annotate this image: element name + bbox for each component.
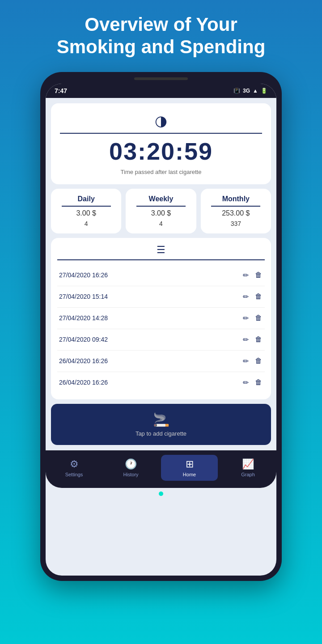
- history-label: History: [123, 472, 138, 477]
- phone-dot: [159, 491, 163, 496]
- timer-label: Time passed after last cigarette: [121, 169, 202, 175]
- nav-home[interactable]: ⊞ Home: [161, 455, 218, 481]
- history-actions-3: ✏ 🗑: [242, 313, 263, 323]
- monthly-count: 337: [231, 220, 241, 227]
- graph-icon: 📈: [242, 458, 254, 470]
- daily-amount: 3.00 $: [76, 209, 96, 217]
- edit-button-1[interactable]: ✏: [242, 270, 250, 280]
- history-item: 26/04/2020 16:26 ✏ 🗑: [57, 372, 265, 393]
- history-icon: 🕐: [125, 458, 137, 470]
- screen-content: ◑ 03:20:59 Time passed after last cigare…: [46, 98, 276, 450]
- timer-value: 03:20:59: [109, 137, 213, 165]
- cigarette-icon: 🚬: [153, 412, 169, 428]
- home-icon: ⊞: [186, 458, 194, 470]
- history-card: ☰ 27/04/2020 16:26 ✏ 🗑 27/04/2020 15:14 …: [51, 238, 271, 399]
- weekly-count: 4: [159, 220, 163, 227]
- history-item: 27/04/2020 15:14 ✏ 🗑: [57, 286, 265, 308]
- settings-icon: ⚙: [70, 458, 79, 470]
- history-actions-4: ✏ 🗑: [242, 335, 263, 345]
- edit-button-4[interactable]: ✏: [242, 335, 250, 345]
- history-date-2: 27/04/2020 15:14: [59, 293, 108, 300]
- status-indicators: 📳 3G ▲ 🔋: [233, 88, 267, 94]
- history-header: ☰: [57, 244, 265, 260]
- history-item: 27/04/2020 16:26 ✏ 🗑: [57, 265, 265, 286]
- history-header-divider: [57, 259, 265, 260]
- status-time: 7:47: [55, 87, 67, 94]
- add-cigarette-label: Tap to add cigarette: [136, 430, 186, 437]
- weekly-amount: 3.00 $: [151, 209, 171, 217]
- nav-history[interactable]: 🕐 History: [102, 455, 159, 481]
- history-actions-6: ✏ 🗑: [242, 377, 263, 388]
- history-date-6: 26/04/2020 16:26: [59, 379, 108, 386]
- weekly-title: Weekly: [149, 195, 174, 203]
- history-item: 27/04/2020 14:28 ✏ 🗑: [57, 308, 265, 329]
- vibrate-icon: 📳: [233, 88, 240, 94]
- stats-row: Daily 3.00 $ 4 Weekly 3.00 $ 4 Monthly 2…: [51, 189, 271, 233]
- history-date-1: 27/04/2020 16:26: [59, 271, 108, 279]
- timer-divider: [60, 133, 262, 134]
- add-cigarette-button[interactable]: 🚬 Tap to add cigarette: [51, 404, 271, 445]
- history-date-5: 26/04/2020 16:26: [59, 357, 108, 364]
- delete-button-3[interactable]: 🗑: [254, 313, 263, 323]
- delete-button-6[interactable]: 🗑: [254, 377, 263, 387]
- history-date-4: 27/04/2020 09:42: [59, 336, 108, 343]
- settings-label: Settings: [65, 472, 83, 477]
- bottom-nav: ⚙ Settings 🕐 History ⊞ Home 📈 Graph: [46, 450, 276, 488]
- edit-button-2[interactable]: ✏: [242, 292, 250, 302]
- home-label: Home: [183, 472, 196, 477]
- timer-card: ◑ 03:20:59 Time passed after last cigare…: [51, 103, 271, 184]
- monthly-title: Monthly: [222, 195, 250, 203]
- signal-icon: ▲: [253, 88, 258, 94]
- battery-icon: 🔋: [261, 88, 267, 94]
- delete-button-1[interactable]: 🗑: [254, 270, 263, 280]
- monthly-divider: [211, 206, 260, 207]
- history-date-3: 27/04/2020 14:28: [59, 314, 108, 322]
- delete-button-2[interactable]: 🗑: [254, 292, 263, 301]
- history-item: 26/04/2020 16:26 ✏ 🗑: [57, 351, 265, 372]
- page-title: Overview of YourSmoking and Spending: [39, 13, 284, 59]
- daily-count: 4: [85, 220, 88, 227]
- weekly-divider: [136, 206, 186, 207]
- history-actions-2: ✏ 🗑: [242, 292, 263, 302]
- edit-button-6[interactable]: ✏: [242, 377, 250, 388]
- delete-button-4[interactable]: 🗑: [254, 335, 263, 344]
- stat-card-monthly: Monthly 253.00 $ 337: [201, 189, 271, 233]
- graph-label: Graph: [241, 472, 255, 477]
- daily-title: Daily: [78, 195, 95, 203]
- history-item: 27/04/2020 09:42 ✏ 🗑: [57, 329, 265, 351]
- clock-icon: ◑: [155, 112, 167, 129]
- history-actions-1: ✏ 🗑: [242, 270, 263, 280]
- monthly-amount: 253.00 $: [222, 209, 250, 217]
- nav-graph[interactable]: 📈 Graph: [220, 455, 276, 481]
- phone-screen: 7:47 📳 3G ▲ 🔋 ◑ 03:20:59 Time passed aft…: [46, 84, 276, 576]
- network-indicator: 3G: [243, 88, 250, 94]
- delete-button-5[interactable]: 🗑: [254, 356, 263, 366]
- status-bar: 7:47 📳 3G ▲ 🔋: [46, 84, 276, 98]
- list-icon: ☰: [157, 244, 165, 256]
- edit-button-5[interactable]: ✏: [242, 356, 250, 366]
- history-actions-5: ✏ 🗑: [242, 356, 263, 366]
- stat-card-weekly: Weekly 3.00 $ 4: [126, 189, 196, 233]
- daily-divider: [62, 206, 111, 207]
- stat-card-daily: Daily 3.00 $ 4: [51, 189, 121, 233]
- edit-button-3[interactable]: ✏: [242, 313, 250, 323]
- nav-settings[interactable]: ⚙ Settings: [46, 455, 102, 481]
- phone-notch: [134, 77, 188, 80]
- phone-frame: 7:47 📳 3G ▲ 🔋 ◑ 03:20:59 Time passed aft…: [40, 72, 282, 581]
